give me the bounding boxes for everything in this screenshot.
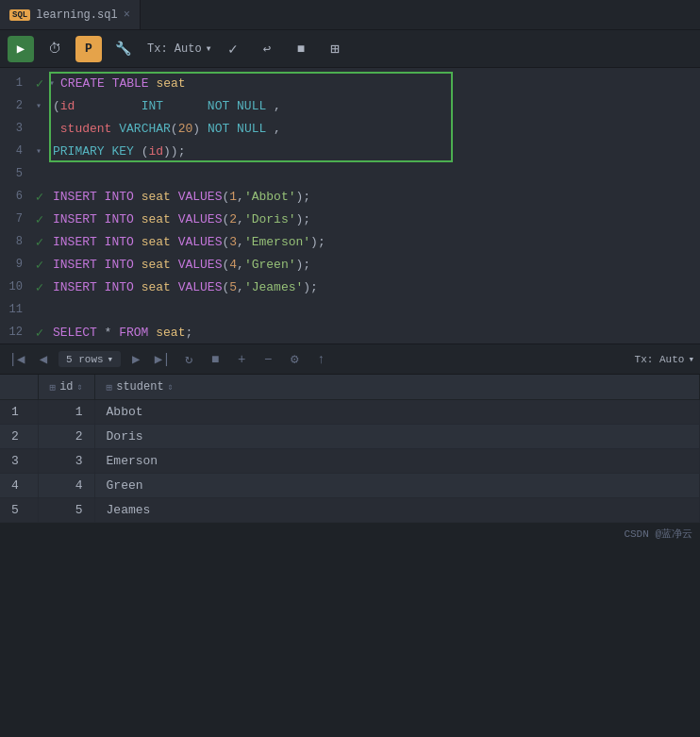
nav-prev-button[interactable]: ◀ <box>32 348 55 371</box>
remove-row-button[interactable]: − <box>257 348 279 371</box>
results-up-button[interactable]: ↑ <box>309 348 332 371</box>
line-status-2: ▾ <box>30 100 49 111</box>
line-num-8: 8 <box>0 235 30 248</box>
col-rownum <box>0 375 38 400</box>
check-green-icon-6: ✓ <box>36 189 43 205</box>
nav-first-icon: |◀ <box>9 351 25 367</box>
id-cell: 4 <box>38 474 94 498</box>
rows-label: 5 rows <box>66 354 104 365</box>
nav-last-button[interactable]: ▶| <box>151 348 174 371</box>
col-student-label: student <box>116 380 163 394</box>
check-button[interactable]: ✓ <box>220 36 246 62</box>
editor-toolbar: ▶ ⏱ P 🔧 Tx: Auto ▾ ✓ ↩ ■ ⊞ <box>0 30 700 68</box>
stop-button[interactable]: ■ <box>288 36 314 62</box>
id-cell: 5 <box>38 498 94 523</box>
nav-next-button[interactable]: ▶ <box>125 348 147 371</box>
check-green-icon-1: ✓ <box>36 75 43 92</box>
data-table: ⊞ id ⇕ ⊞ student ⇕ 1 1 Abbot <box>0 375 700 523</box>
line-num-3: 3 <box>0 122 30 135</box>
check-green-icon-12: ✓ <box>36 325 43 341</box>
undo-button[interactable]: ↩ <box>254 36 280 62</box>
add-icon: + <box>238 352 245 367</box>
add-row-button[interactable]: + <box>230 348 253 371</box>
results-stop-icon: ■ <box>211 352 219 367</box>
tab-filename: learning.sql <box>36 8 117 22</box>
line-2: 2 ▾ (id INT NOT NULL , <box>0 94 700 117</box>
check-green-icon-8: ✓ <box>36 234 43 250</box>
row-num-cell: 4 <box>0 474 38 498</box>
table-header-row: ⊞ id ⇕ ⊞ student ⇕ <box>0 375 700 400</box>
line-11: 11 <box>0 298 700 321</box>
code-line-1: CREATE TABLE seat <box>57 76 700 91</box>
code-editor[interactable]: 1 ✓ ▾ CREATE TABLE seat 2 ▾ (id INT NOT … <box>0 68 700 343</box>
col-student-header[interactable]: ⊞ student ⇕ <box>94 375 699 400</box>
table-row: 2 2 Doris <box>0 425 700 449</box>
results-tx-label: Tx: Auto <box>635 354 685 365</box>
undo-icon: ↩ <box>263 41 271 57</box>
run-icon: ▶ <box>17 41 25 57</box>
line-status-10: ✓ <box>30 279 49 295</box>
code-line-10: INSERT INTO seat VALUES(5,'Jeames'); <box>49 280 700 294</box>
results-panel: |◀ ◀ 5 rows ▾ ▶ ▶| ↻ ■ + − ⚙ ↑ <box>0 343 700 523</box>
results-toolbar: |◀ ◀ 5 rows ▾ ▶ ▶| ↻ ■ + − ⚙ ↑ <box>0 344 700 375</box>
watermark: CSDN @蓝净云 <box>0 523 700 544</box>
student-col-icon: ⊞ <box>107 381 113 394</box>
results-stop-button[interactable]: ■ <box>204 348 226 371</box>
line-num-10: 10 <box>0 280 30 293</box>
sql-icon: SQL <box>9 9 30 21</box>
line-5: 5 <box>0 162 700 185</box>
run-button[interactable]: ▶ <box>8 36 34 62</box>
student-cell: Green <box>94 474 699 498</box>
results-settings-button[interactable]: ⚙ <box>283 348 306 371</box>
code-line-9: INSERT INTO seat VALUES(4,'Green'); <box>49 258 700 272</box>
line-num-5: 5 <box>0 167 30 180</box>
table-icon: ⊞ <box>330 40 340 59</box>
id-cell: 3 <box>38 449 94 474</box>
line-9: 9 ✓ INSERT INTO seat VALUES(4,'Green'); <box>0 253 700 276</box>
col-id-header[interactable]: ⊞ id ⇕ <box>38 375 94 400</box>
profile-button[interactable]: P <box>75 36 102 62</box>
tab-learning-sql[interactable]: SQL learning.sql × <box>0 0 141 29</box>
line-3: 3 student VARCHAR(20) NOT NULL , <box>0 117 700 140</box>
table-row: 5 5 Jeames <box>0 498 700 523</box>
settings-icon: 🔧 <box>115 41 131 57</box>
line-num-2: 2 <box>0 99 30 112</box>
nav-first-button[interactable]: |◀ <box>6 348 28 371</box>
tx-auto-label: Tx: Auto <box>147 42 202 56</box>
id-col-icon: ⊞ <box>50 381 57 394</box>
profile-icon: P <box>85 42 92 56</box>
check-icon: ✓ <box>228 40 238 59</box>
row-num-cell: 3 <box>0 449 38 474</box>
rows-dropdown-icon: ▾ <box>108 353 114 365</box>
nav-last-icon: ▶| <box>155 351 171 367</box>
nav-prev-icon: ◀ <box>40 351 47 367</box>
row-num-cell: 1 <box>0 400 38 425</box>
history-button[interactable]: ⏱ <box>42 36 68 62</box>
line-num-4: 4 <box>0 144 30 158</box>
tx-auto-selector[interactable]: Tx: Auto ▾ <box>147 42 212 56</box>
row-num-cell: 2 <box>0 425 38 449</box>
line-num-9: 9 <box>0 258 30 271</box>
student-cell: Jeames <box>94 498 699 523</box>
code-line-3: student VARCHAR(20) NOT NULL , <box>49 122 700 136</box>
fold-4[interactable]: ▾ <box>36 145 42 157</box>
fold-2[interactable]: ▾ <box>36 100 42 111</box>
code-line-6: INSERT INTO seat VALUES(1,'Abbot'); <box>49 190 700 204</box>
line-status-4: ▾ <box>30 145 49 157</box>
results-tx-selector[interactable]: Tx: Auto ▾ <box>635 353 694 365</box>
tab-close-button[interactable]: × <box>124 8 130 22</box>
row-num-cell: 5 <box>0 498 38 523</box>
nav-next-icon: ▶ <box>132 351 140 367</box>
code-line-2: (id INT NOT NULL , <box>49 99 700 113</box>
line-num-1: 1 <box>0 76 30 90</box>
table-view-button[interactable]: ⊞ <box>322 36 348 62</box>
student-cell: Doris <box>94 425 699 449</box>
rows-badge[interactable]: 5 rows ▾ <box>58 351 121 367</box>
refresh-button[interactable]: ↻ <box>177 348 200 371</box>
settings-button[interactable]: 🔧 <box>109 36 136 62</box>
fold-1[interactable]: ▾ <box>49 77 55 89</box>
id-cell: 2 <box>38 425 94 449</box>
stop-icon: ■ <box>297 42 305 57</box>
results-settings-icon: ⚙ <box>291 351 298 367</box>
tab-bar: SQL learning.sql × <box>0 0 700 30</box>
